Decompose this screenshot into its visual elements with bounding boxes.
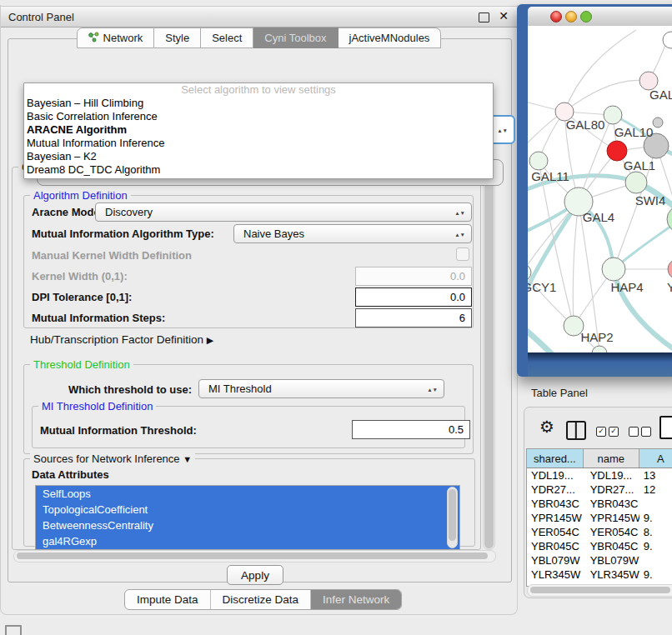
node-label-gal10: GAL10	[614, 125, 654, 139]
dropdown-item-basic-correlation-inference[interactable]: Basic Correlation Inference	[24, 110, 493, 123]
bottom-tabs: Impute DataDiscretize DataInfer Network	[124, 589, 402, 610]
dpi-tolerance-field[interactable]: 0.0	[355, 288, 472, 307]
bottom-tab-impute-data[interactable]: Impute Data	[125, 590, 210, 609]
threshold-definition-legend: Threshold Definition	[30, 358, 133, 371]
cell: YBR043C	[584, 497, 639, 511]
node-label-gal: GAL	[649, 88, 672, 102]
column-header-shared[interactable]: shared...	[527, 449, 584, 468]
dropdown-item-dream8-dc-tdc-algorithm[interactable]: Dream8 DC_TDC Algorithm	[24, 163, 493, 177]
node-salmon[interactable]	[668, 259, 672, 279]
cell: 9.	[639, 539, 672, 553]
network-edges	[528, 26, 672, 352]
node-label-gal11: GAL11	[531, 169, 569, 183]
column-header-name[interactable]: name	[584, 449, 639, 468]
node-hap4[interactable]	[602, 258, 625, 281]
select-all-columns-icon[interactable]: ✓ ✓	[596, 427, 619, 437]
document-icon[interactable]	[659, 416, 672, 439]
cell: 9.	[639, 568, 672, 582]
zoom-traffic-light[interactable]	[580, 11, 592, 22]
cell: YER054C	[584, 525, 639, 539]
node-gal10[interactable]	[604, 106, 622, 124]
data-attributes-list[interactable]: SelfLoopsTopologicalCoefficientBetweenne…	[35, 485, 460, 550]
close-icon[interactable]: ✕	[499, 9, 509, 22]
node-gal11[interactable]	[529, 152, 548, 170]
tab-select[interactable]: Select	[201, 28, 253, 48]
minimize-traffic-light[interactable]	[565, 11, 577, 22]
cell: YPR145W	[584, 511, 639, 525]
sources-legend[interactable]: Sources for Network Inference ▼	[30, 452, 195, 465]
minimized-panel-icon[interactable]	[5, 625, 22, 635]
table-row-ypr145w[interactable]: YPR145WYPR145W9.	[527, 511, 672, 525]
attribute-list-scrollbar[interactable]	[447, 487, 458, 548]
mi-algorithm-type-label: Mutual Information Algorithm Type:	[32, 228, 214, 240]
aracne-mode-combo[interactable]: Discovery ▲▼	[95, 202, 472, 222]
node-small-gray[interactable]	[653, 118, 663, 128]
cell: YPR145W	[527, 511, 584, 525]
apply-button[interactable]: Apply	[227, 565, 283, 585]
screenshot-root: Control Panel ✕ NetworkStyleSelectCyni T…	[0, 0, 672, 635]
dropdown-item-bayesian-k2[interactable]: Bayesian – K2	[24, 150, 493, 163]
table-horizontal-scrollbar-thumb[interactable]	[530, 587, 670, 593]
cell: YBR045C	[584, 539, 639, 553]
table-row-ydl19[interactable]: YDL19...YDL19...13	[527, 468, 672, 482]
cell: 9.	[639, 511, 672, 525]
mi-threshold-field[interactable]: 0.5	[352, 420, 470, 439]
network-icon	[88, 32, 99, 45]
bottom-tab-infer-network[interactable]: Infer Network	[310, 590, 401, 609]
table-row-ybr043c[interactable]: YBR043CYBR043C	[527, 497, 672, 511]
kernel-width-label: Kernel Width (0,1):	[32, 270, 128, 282]
table-panel: ⚙ ✓ ✓ shared...nameA YDL19...YDL19...13Y…	[524, 407, 672, 598]
table-row-yer054c[interactable]: YER054CYER054C8.	[527, 525, 672, 539]
deselect-all-columns-icon[interactable]	[629, 427, 651, 437]
node-table: shared...nameA YDL19...YDL19...13YDR27..…	[526, 448, 672, 587]
table-horizontal-scrollbar[interactable]	[527, 584, 672, 597]
hub-definition-expander[interactable]: Hub/Transcription Factor Definition ▶	[30, 333, 213, 346]
attribute-item-gal4rgexp[interactable]: gal4RGexp	[36, 533, 459, 549]
settings-horizontal-scrollbar-thumb[interactable]	[17, 552, 488, 559]
bottom-tab-discretize-data[interactable]: Discretize Data	[210, 590, 311, 609]
cell: YER054C	[527, 525, 584, 539]
column-layout-icon[interactable]	[566, 421, 586, 440]
combo-spinner-icon: ▲▼	[427, 387, 438, 391]
settings-scrollbar-thumb[interactable]	[484, 167, 494, 548]
which-threshold-combo[interactable]: MI Threshold ▲▼	[198, 379, 444, 398]
attribute-item-betweennesscentrality[interactable]: BetweennessCentrality	[36, 518, 459, 533]
tab-network[interactable]: Network	[77, 28, 155, 48]
control-panel-titlebar: Control Panel ✕	[1, 6, 517, 28]
cell: 13	[639, 468, 672, 482]
attribute-item-selfloops[interactable]: SelfLoops	[36, 486, 459, 502]
node-gal1[interactable]	[625, 172, 647, 193]
tab-style[interactable]: Style	[154, 28, 201, 48]
cell	[639, 553, 672, 568]
settings-vertical-scrollbar[interactable]	[483, 165, 495, 550]
attribute-list-scrollbar-thumb[interactable]	[449, 489, 456, 541]
mi-threshold-label: Mutual Information Threshold:	[40, 424, 197, 437]
table-row-ybl079w[interactable]: YBL079WYBL079W	[527, 553, 672, 568]
close-traffic-light[interactable]	[550, 11, 562, 22]
table-row-ydr27[interactable]: YDR27...YDR27...12	[527, 482, 672, 497]
mi-steps-field[interactable]: 6	[355, 308, 472, 328]
column-header-a[interactable]: A	[639, 449, 672, 468]
cell: YBR043C	[527, 497, 584, 511]
tab-label: Network	[103, 32, 143, 44]
aracne-mode-value: Discovery	[105, 206, 153, 218]
cell: YBL079W	[527, 553, 584, 568]
mi-algorithm-type-combo[interactable]: Naive Bayes ▲▼	[233, 224, 472, 243]
settings-horizontal-scrollbar[interactable]	[13, 550, 496, 562]
node-bottom[interactable]	[592, 346, 607, 352]
node-label-gal80: GAL80	[566, 118, 605, 132]
table-row-ybr045c[interactable]: YBR045CYBR045C9.	[527, 539, 672, 553]
table-row-ylr345w[interactable]: YLR345WYLR345W9.	[527, 568, 672, 582]
node-label-gal1: GAL1	[624, 158, 655, 172]
attribute-item-topologicalcoefficient[interactable]: TopologicalCoefficient	[36, 502, 459, 518]
gear-icon[interactable]: ⚙	[539, 418, 554, 435]
dropdown-item-mutual-information-inference[interactable]: Mutual Information Inference	[24, 137, 493, 150]
manual-kernel-width-checkbox	[456, 248, 469, 261]
dropdown-item-bayesian-hill-climbing[interactable]: Bayesian – Hill Climbing	[24, 97, 493, 110]
node-top-right[interactable]	[663, 32, 672, 48]
float-window-icon[interactable]	[479, 12, 489, 22]
dropdown-item-aracne-algorithm[interactable]: ARACNE Algorithm	[24, 123, 493, 137]
network-canvas[interactable]: GALGAL80GAL10GAL1GAL11SWI4GAL4GCY1HAP4YH…	[528, 26, 672, 352]
tab-jactivemnodules[interactable]: jActiveMNodules	[339, 28, 442, 48]
tab-cyni-toolbox[interactable]: Cyni Toolbox	[253, 28, 338, 48]
